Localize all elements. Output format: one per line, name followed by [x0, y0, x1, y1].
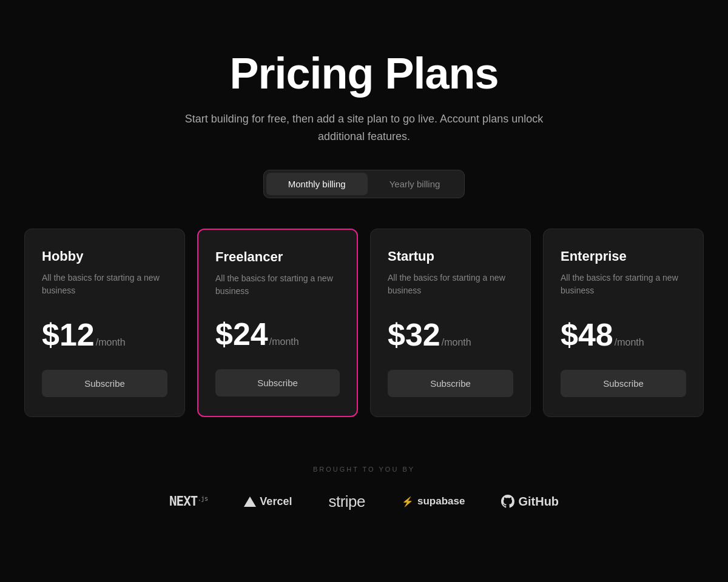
plan-card-startup: Startup All the basics for starting a ne…	[370, 229, 531, 417]
plan-name-freelancer: Freelancer	[215, 249, 340, 265]
price-period-enterprise: /month	[615, 337, 644, 348]
brought-section: BROUGHT TO YOU BY NEXT.js Vercel stripe …	[24, 466, 704, 511]
price-amount-freelancer: $24	[215, 316, 268, 352]
subscribe-button-hobby[interactable]: Subscribe	[42, 370, 167, 397]
price-amount-hobby: $12	[42, 316, 95, 353]
plan-description-enterprise: All the basics for starting a new busine…	[561, 272, 686, 298]
plan-card-enterprise: Enterprise All the basics for starting a…	[543, 229, 704, 417]
price-amount-enterprise: $48	[561, 316, 613, 353]
vercel-label: Vercel	[260, 495, 292, 508]
supabase-bolt-icon: ⚡	[402, 496, 414, 507]
price-amount-startup: $32	[388, 316, 440, 353]
brand-nextjs: NEXT.js	[169, 494, 207, 509]
plan-card-freelancer: Freelancer All the basics for starting a…	[197, 229, 358, 417]
hero-section: Pricing Plans Start building for free, t…	[176, 48, 552, 146]
plans-grid: Hobby All the basics for starting a new …	[24, 229, 704, 417]
plan-name-hobby: Hobby	[42, 249, 167, 264]
vercel-triangle-icon	[244, 497, 256, 507]
billing-toggle: Monthly billing Yearly billing	[263, 170, 465, 198]
brand-stripe: stripe	[328, 492, 365, 511]
plan-description-freelancer: All the basics for starting a new busine…	[215, 272, 340, 298]
brand-logos: NEXT.js Vercel stripe ⚡ supabase	[24, 492, 704, 511]
supabase-label: supabase	[417, 495, 465, 507]
plan-card-hobby: Hobby All the basics for starting a new …	[24, 229, 185, 417]
brand-vercel: Vercel	[244, 495, 292, 508]
monthly-billing-button[interactable]: Monthly billing	[266, 173, 368, 195]
subscribe-button-freelancer[interactable]: Subscribe	[215, 369, 340, 396]
brand-github: GitHub	[501, 495, 559, 509]
yearly-billing-button[interactable]: Yearly billing	[368, 173, 462, 195]
plan-price-hobby: $12 /month	[42, 316, 167, 353]
subscribe-button-startup[interactable]: Subscribe	[388, 370, 513, 397]
price-period-hobby: /month	[96, 337, 126, 348]
plan-price-freelancer: $24 /month	[215, 316, 340, 352]
plan-price-startup: $32 /month	[388, 316, 513, 353]
stripe-label: stripe	[328, 492, 365, 511]
page-wrapper: Pricing Plans Start building for free, t…	[0, 0, 728, 547]
plan-price-enterprise: $48 /month	[561, 316, 686, 353]
github-label: GitHub	[518, 495, 559, 509]
brought-label: BROUGHT TO YOU BY	[24, 466, 704, 473]
page-subtitle: Start building for free, then add a site…	[176, 110, 552, 146]
plan-description-startup: All the basics for starting a new busine…	[388, 272, 513, 298]
subscribe-button-enterprise[interactable]: Subscribe	[561, 370, 686, 397]
price-period-freelancer: /month	[269, 336, 299, 347]
nextjs-logo-text: NEXT.js	[169, 494, 207, 509]
github-icon	[501, 495, 514, 508]
plan-name-enterprise: Enterprise	[561, 249, 686, 264]
plan-description-hobby: All the basics for starting a new busine…	[42, 272, 167, 298]
price-period-startup: /month	[442, 337, 471, 348]
page-title: Pricing Plans	[176, 48, 552, 98]
brand-supabase: ⚡ supabase	[402, 495, 465, 507]
plan-name-startup: Startup	[388, 249, 513, 264]
